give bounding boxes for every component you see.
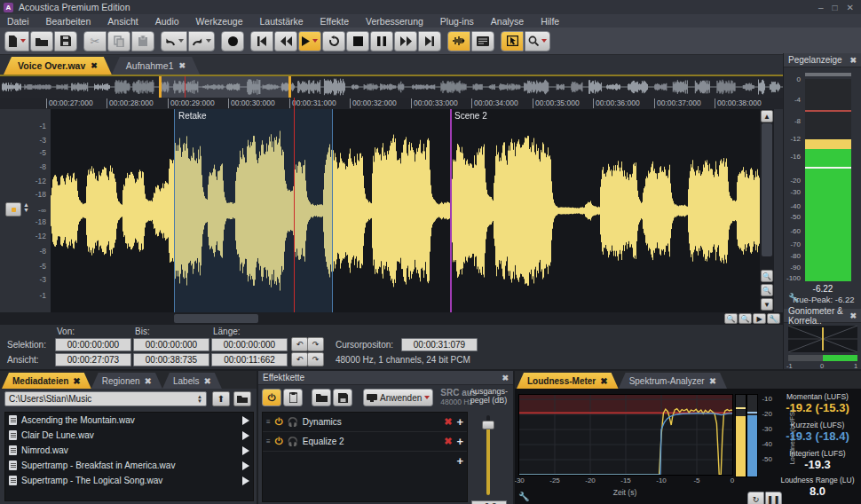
cursor-position-field[interactable]: 00:00:31:079	[401, 338, 478, 351]
fast-forward-button[interactable]	[394, 31, 417, 51]
output-level-fader[interactable]	[482, 415, 494, 495]
menu-datei[interactable]: Datei	[7, 16, 29, 27]
vertical-scrollbar[interactable]: ▲ 🔍 🔍 ▼	[760, 109, 774, 312]
effect-row-dynamics[interactable]: ≡ ⏻ 🎧 Dynamics ✖ +	[263, 413, 467, 432]
maximize-button[interactable]: □	[833, 3, 838, 12]
save-chain-button[interactable]	[333, 389, 352, 406]
overview-view-end-handle[interactable]	[288, 76, 291, 98]
tab-loudness-meter[interactable]: Loudness-Meter✖	[517, 373, 619, 389]
tab-aufnahme1[interactable]: Aufnahme1✖	[112, 57, 200, 75]
scroll-right-button[interactable]: ▶	[753, 313, 766, 324]
effect-row-equalize[interactable]: ≡ ⏻ 🎧 Equalize 2 ✖ +	[263, 432, 467, 452]
tab-spektrum-analyzer[interactable]: Spektrum-Analyzer✖	[619, 373, 727, 389]
editor-settings-button[interactable]: 🔧	[767, 313, 780, 324]
horizontal-scrollbar[interactable]: 🔍 🔍 ▶ 🔧	[0, 312, 783, 325]
tab-regionen[interactable]: Regionen✖	[91, 373, 162, 389]
play-dropdown-icon[interactable]	[312, 39, 318, 43]
panel-close-icon[interactable]: ✖	[849, 56, 857, 65]
loudness-settings-icon[interactable]: 🔧	[518, 492, 529, 501]
menu-hilfe[interactable]: Hilfe	[541, 16, 559, 27]
vertical-scroll-thumb[interactable]	[762, 123, 772, 256]
media-file-row[interactable]: Clair De Lune.wav	[5, 428, 253, 443]
add-effect-icon[interactable]: +	[456, 435, 463, 448]
headphones-icon[interactable]: 🎧	[287, 417, 297, 427]
record-button[interactable]	[221, 31, 244, 51]
menu-effekte[interactable]: Effekte	[320, 16, 350, 27]
play-button[interactable]	[298, 31, 321, 51]
scroll-up-icon[interactable]: ▲	[761, 110, 773, 122]
apply-button[interactable]: Anwenden	[363, 389, 433, 406]
region-retake[interactable]: Retake	[174, 109, 333, 312]
preview-play-icon[interactable]	[242, 476, 249, 485]
overview-view-start-handle[interactable]	[159, 76, 162, 98]
menu-ansicht[interactable]: Ansicht	[107, 16, 138, 27]
cut-button[interactable]: ✂	[83, 31, 107, 51]
ansicht-laenge-field[interactable]: 00:00:11:662	[211, 353, 288, 366]
path-spinner-icon[interactable]: ▲▼	[197, 395, 202, 404]
rewind-button[interactable]	[274, 31, 297, 51]
preview-play-icon[interactable]	[242, 431, 249, 440]
media-file-row[interactable]: Ascending the Mountain.wav	[5, 413, 253, 428]
panel-close-icon[interactable]: ✖	[502, 374, 509, 382]
loudness-reset-button[interactable]: ↻	[747, 492, 764, 504]
tab-close-icon[interactable]: ✖	[600, 376, 607, 386]
zoom-tool-button[interactable]	[525, 31, 550, 51]
media-file-row[interactable]: Supertramp - The Logical Song.wav	[5, 473, 253, 488]
channel-button[interactable]	[5, 202, 21, 217]
close-button[interactable]: ✕	[847, 3, 854, 12]
minimize-button[interactable]: –	[818, 3, 824, 12]
zoom-menu-icon[interactable]: ▼	[761, 298, 773, 311]
remove-effect-icon[interactable]: ✖	[444, 416, 452, 428]
menu-analyse[interactable]: Analyse	[491, 16, 524, 27]
new-file-button[interactable]	[4, 31, 29, 51]
overview-strip[interactable]	[0, 75, 783, 99]
playlist-button[interactable]	[471, 31, 494, 51]
tab-close-icon[interactable]: ✖	[73, 376, 80, 386]
zoom-in-button[interactable]: 🔍	[724, 313, 738, 324]
level-meter-settings-icon[interactable]: 🔧	[788, 293, 799, 303]
menu-audio[interactable]: Audio	[155, 16, 179, 27]
preview-play-icon[interactable]	[242, 416, 249, 425]
media-file-row[interactable]: Supertramp - Breakfast in America.wav	[5, 458, 253, 473]
selektion-bis-field[interactable]: 00:00:00:000	[133, 338, 209, 351]
selection-undo-button[interactable]: ↶	[291, 337, 308, 351]
redo-dropdown-icon[interactable]	[206, 39, 211, 43]
add-effect-icon[interactable]: +	[456, 454, 463, 468]
ansicht-von-field[interactable]: 00:00:27:073	[55, 353, 131, 366]
skip-end-button[interactable]	[418, 31, 441, 51]
selection-tool-button[interactable]	[501, 31, 524, 51]
scrub-tool-button[interactable]	[447, 31, 470, 51]
copy-button[interactable]	[107, 31, 130, 51]
effect-power-icon[interactable]: ⏻	[275, 436, 283, 447]
media-path-select[interactable]: C:\Users\Stian\Music▲▼	[4, 391, 207, 406]
add-effect-icon[interactable]: +	[456, 415, 463, 429]
menu-werkzeuge[interactable]: Werkzeuge	[196, 16, 243, 27]
tab-close-icon[interactable]: ✖	[203, 376, 210, 386]
selektion-von-field[interactable]: 00:00:00:000	[55, 338, 131, 351]
open-button[interactable]	[30, 31, 53, 51]
tab-close-icon[interactable]: ✖	[709, 376, 716, 386]
waveform-canvas-area[interactable]	[51, 109, 760, 312]
load-chain-button[interactable]	[312, 389, 331, 406]
menu-bearbeiten[interactable]: Bearbeiten	[46, 16, 91, 27]
folder-up-button[interactable]: ⬆	[212, 391, 230, 406]
menu-lautstaerke[interactable]: Lautstärke	[260, 16, 304, 27]
view-redo-button[interactable]: ↷	[307, 352, 324, 366]
paste-button[interactable]	[131, 31, 154, 51]
menu-verbesserung[interactable]: Verbesserung	[366, 16, 423, 27]
menu-plugins[interactable]: Plug-ins	[440, 16, 474, 27]
ansicht-bis-field[interactable]: 00:00:38:735	[133, 353, 209, 366]
loop-button[interactable]	[322, 31, 345, 51]
stop-button[interactable]	[346, 31, 369, 51]
remove-effect-icon[interactable]: ✖	[444, 436, 452, 447]
undo-button[interactable]	[161, 31, 187, 51]
view-undo-button[interactable]: ↶	[291, 352, 308, 366]
zoom-out-button[interactable]: 🔍	[739, 313, 752, 324]
browse-folder-button[interactable]	[233, 391, 251, 406]
skip-start-button[interactable]	[250, 31, 273, 51]
tab-close-icon[interactable]: ✖	[145, 376, 152, 386]
media-file-row[interactable]: Nimrod.wav	[5, 443, 253, 458]
zoom-dropdown-icon[interactable]	[541, 39, 547, 43]
drag-handle-icon[interactable]: ≡	[266, 437, 271, 445]
horizontal-scroll-thumb[interactable]	[174, 314, 258, 323]
